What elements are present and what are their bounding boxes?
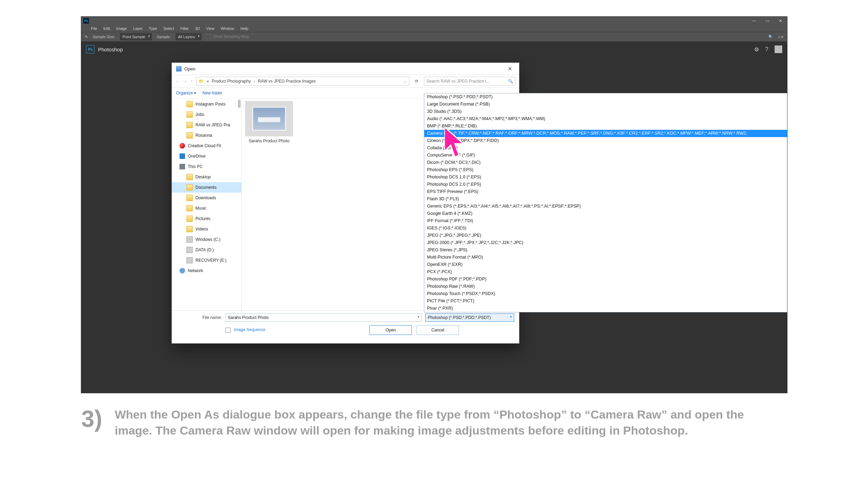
- dialog-navbar: ← → ↑ 📁 « Product Photography › RAW vs J…: [172, 75, 519, 88]
- menu-view[interactable]: View: [206, 26, 215, 31]
- tree-item[interactable]: Network: [172, 266, 241, 276]
- file-type-option[interactable]: Cineon (*.CIN;*.SDPX;*.DPX;*.FIDO): [424, 137, 787, 144]
- menu-select[interactable]: Select: [164, 26, 174, 31]
- tree-item[interactable]: Rosanna: [172, 130, 241, 141]
- file-type-option[interactable]: Flash 3D (*.FL3): [424, 195, 787, 203]
- drive-icon: [186, 257, 193, 263]
- tree-item[interactable]: Pictures: [172, 213, 241, 224]
- tree-item[interactable]: RAW vs JPEG Pra: [172, 120, 241, 130]
- file-type-option[interactable]: Large Document Format (*.PSB): [424, 101, 787, 108]
- show-ring-checkbox[interactable]: [206, 34, 211, 39]
- tree-scrollbar[interactable]: [238, 100, 241, 108]
- file-type-option[interactable]: Dicom (*.DCM;*.DC3;*.DIC): [424, 159, 787, 166]
- tree-item[interactable]: Music: [172, 203, 241, 213]
- file-type-option[interactable]: CompuServe GIF (*.GIF): [424, 152, 787, 159]
- tree-item[interactable]: Desktop: [172, 172, 241, 182]
- eyedropper-icon[interactable]: ✎: [85, 35, 88, 39]
- avatar[interactable]: [775, 45, 782, 53]
- menu-file[interactable]: File: [91, 26, 97, 31]
- tree-item[interactable]: RECOVERY (E:): [172, 255, 241, 266]
- file-type-option[interactable]: Photoshop Touch (*.PSDX;*.PSDX): [424, 290, 787, 297]
- file-type-option[interactable]: BMP (*.BMP;*.RLE;*.DIB): [424, 123, 787, 130]
- menu-type[interactable]: Type: [149, 26, 157, 31]
- home-logo-icon[interactable]: Ps: [86, 45, 94, 53]
- file-type-option[interactable]: JPEG 2000 (*.JPF;*.JPX;*.JP2;*.J2C;*.J2K…: [424, 239, 787, 246]
- file-type-option[interactable]: Google Earth 4 (*.KMZ): [424, 210, 787, 217]
- breadcrumb-dropdown-icon[interactable]: ⌄: [403, 79, 407, 84]
- breadcrumb-item-1[interactable]: Product Photography: [212, 79, 251, 84]
- dialog-close-button[interactable]: ✕: [504, 66, 515, 72]
- minimize-icon[interactable]: —: [748, 17, 761, 25]
- menu-3d[interactable]: 3D: [195, 26, 200, 31]
- tree-item[interactable]: Jobs: [172, 109, 241, 120]
- file-type-option[interactable]: 3D Studio (*.3DS): [424, 108, 787, 115]
- file-type-option[interactable]: JPEG (*.JPG;*.JPEG;*.JPE): [424, 232, 787, 239]
- tree-item[interactable]: This PC: [172, 161, 241, 172]
- menu-layer[interactable]: Layer: [133, 26, 143, 31]
- file-type-option[interactable]: Photoshop EPS (*.EPS): [424, 166, 787, 174]
- folder-tree[interactable]: Instagram PostsJobsRAW vs JPEG PraRosann…: [172, 98, 242, 316]
- file-tile[interactable]: Sarahs Product Photo: [245, 101, 293, 143]
- file-type-option[interactable]: EPS TIFF Preview (*.EPS): [424, 188, 787, 195]
- file-type-option[interactable]: Photoshop DCS 2.0 (*.EPS): [424, 181, 787, 188]
- file-type-option[interactable]: PICT File (*.PCT;*.PICT): [424, 297, 787, 305]
- menu-image[interactable]: Image: [116, 26, 127, 31]
- nav-forward-icon[interactable]: →: [183, 79, 187, 84]
- search-icon[interactable]: 🔍: [768, 35, 773, 39]
- menu-help[interactable]: Help: [241, 26, 249, 31]
- tree-item[interactable]: Videos: [172, 224, 241, 234]
- gear-icon[interactable]: ⚙: [754, 46, 759, 53]
- menu-filter[interactable]: Filter: [180, 26, 189, 31]
- tree-item[interactable]: Creative Cloud Fil: [172, 141, 241, 151]
- file-type-select[interactable]: Photoshop (*.PSD;*.PDD;*.PSDT): [425, 313, 514, 322]
- tree-item[interactable]: Instagram Posts: [172, 99, 241, 109]
- breadcrumb-item-2[interactable]: RAW vs JPEG Practice Images: [258, 79, 316, 84]
- show-ring-label: Show Sampling Ring: [213, 34, 249, 39]
- tree-item[interactable]: DATA (D:): [172, 245, 241, 255]
- menu-edit[interactable]: Edit: [103, 26, 110, 31]
- image-sequence-checkbox[interactable]: [225, 328, 231, 333]
- search-icon: 🔍: [508, 79, 513, 84]
- sample-size-select[interactable]: Point Sample: [120, 33, 152, 40]
- nav-back-icon[interactable]: ←: [175, 79, 180, 84]
- file-type-option[interactable]: Pixar (*.PXR): [424, 305, 787, 312]
- file-type-option[interactable]: Collada (*.DAE): [424, 144, 787, 152]
- organize-menu[interactable]: Organize ▾: [176, 91, 196, 95]
- file-type-option[interactable]: Photoshop PDF (*.PDF;*.PDP): [424, 276, 787, 283]
- open-button[interactable]: Open: [369, 325, 412, 335]
- refresh-icon[interactable]: ⟳: [413, 79, 420, 84]
- breadcrumb[interactable]: 📁 « Product Photography › RAW vs JPEG Pr…: [196, 77, 409, 86]
- sample-select[interactable]: All Layers: [176, 33, 201, 40]
- file-type-option[interactable]: Camera Raw (*.TIF;*.CRW;*.NEF;*.RAF;*.OR…: [424, 130, 787, 137]
- drive-icon: [186, 247, 193, 253]
- menu-window[interactable]: Window: [220, 26, 234, 31]
- file-name-input[interactable]: Sarahs Product Photo: [225, 313, 422, 322]
- search-input[interactable]: Search RAW vs JPEG Practice I... 🔍: [424, 77, 516, 86]
- file-type-option[interactable]: Generic EPS (*.EPS;*.AI3;*.AI4;*.AI5;*.A…: [424, 203, 787, 210]
- file-type-option[interactable]: Multi-Picture Format (*.MPO): [424, 254, 787, 261]
- nav-up-icon[interactable]: ↑: [191, 79, 193, 84]
- close-icon[interactable]: ✕: [774, 17, 787, 25]
- file-type-option[interactable]: PCX (*.PCX): [424, 268, 787, 276]
- help-icon[interactable]: ?: [765, 46, 768, 52]
- maximize-icon[interactable]: ▭: [761, 17, 774, 25]
- file-type-option[interactable]: IFF Format (*.IFF;*.TDI): [424, 217, 787, 225]
- file-type-option[interactable]: Photoshop Raw (*.RAW): [424, 283, 787, 290]
- file-type-option[interactable]: Photoshop (*.PSD;*.PDD;*.PSDT): [424, 93, 787, 101]
- file-type-option[interactable]: Audio (*.AAC;*.AC3;*.M2A;*.M4A;*.MP2;*.M…: [424, 115, 787, 123]
- tree-item[interactable]: OneDrive: [172, 151, 241, 161]
- file-type-dropdown-list[interactable]: Photoshop (*.PSD;*.PDD;*.PSDT)Large Docu…: [424, 93, 787, 312]
- workspace-icon[interactable]: ▭▾: [778, 35, 784, 39]
- tree-item[interactable]: Documents: [172, 182, 241, 193]
- tree-item-label: Pictures: [195, 216, 210, 221]
- new-folder-button[interactable]: New folder: [202, 91, 222, 95]
- file-type-option[interactable]: IGES (*.IGS;*.IGES): [424, 225, 787, 232]
- cancel-button[interactable]: Cancel: [417, 325, 459, 335]
- folder-icon: [186, 205, 193, 211]
- tree-item[interactable]: Windows (C:): [172, 234, 241, 245]
- tree-item[interactable]: Downloads: [172, 193, 241, 203]
- file-type-option[interactable]: JPEG Stereo (*.JPS): [424, 246, 787, 254]
- file-type-option[interactable]: OpenEXR (*.EXR): [424, 261, 787, 268]
- file-type-option[interactable]: Photoshop DCS 1.0 (*.EPS): [424, 174, 787, 181]
- file-thumbnail: [245, 101, 293, 136]
